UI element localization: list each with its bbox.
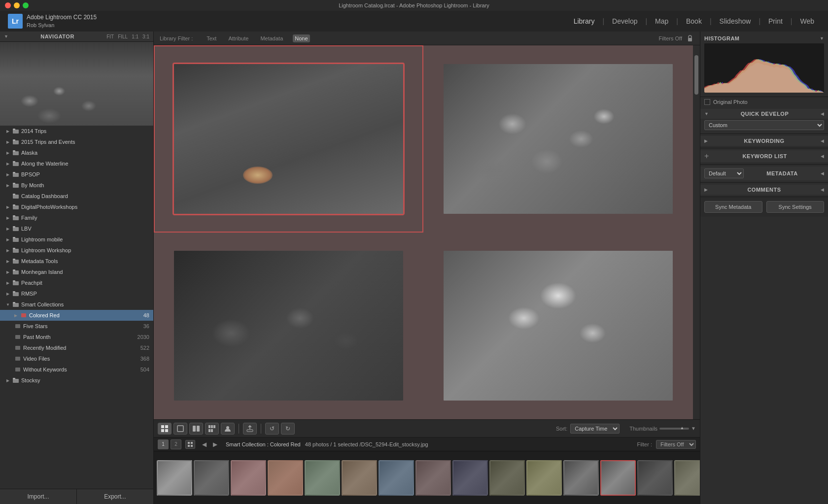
folder-toggle-colored-red[interactable]: ▶	[12, 311, 20, 319]
film-thumb-9[interactable]	[452, 460, 488, 496]
import-button[interactable]: Import...	[0, 489, 77, 504]
film-thumb-6[interactable]	[342, 460, 377, 496]
folder-item-five-stars[interactable]: Five Stars 36	[0, 321, 153, 332]
navigator-fit[interactable]: FIT	[106, 34, 114, 39]
folder-item-bymonth[interactable]: ▶ By Month	[0, 180, 153, 191]
comments-header[interactable]: ▶ Comments ◀	[700, 185, 828, 195]
folder-toggle-family[interactable]: ▶	[4, 214, 12, 222]
nav-slideshow[interactable]: Slideshow	[714, 15, 757, 27]
status-next-button[interactable]: ▶	[210, 439, 220, 449]
compare-view-button[interactable]	[189, 423, 203, 435]
folder-item-recently[interactable]: Recently Modified 522	[0, 342, 153, 353]
folder-toggle-2015trips[interactable]: ▶	[4, 138, 12, 146]
folder-toggle-lrmobile[interactable]: ▶	[4, 235, 12, 243]
film-thumb-11[interactable]	[526, 460, 562, 496]
metadata-header[interactable]: Default All EXIF IPTC Location Metadata …	[700, 167, 828, 180]
grid-scrollbar[interactable]	[693, 45, 700, 419]
film-thumb-5[interactable]	[305, 460, 340, 496]
filter-text[interactable]: Text	[205, 34, 218, 42]
grid-cell-2[interactable]	[423, 45, 693, 233]
nav-web[interactable]: Web	[794, 15, 820, 27]
rotate-ccw-button[interactable]: ↻	[281, 423, 295, 435]
folder-item-metadata[interactable]: ▶ Metadata Tools	[0, 256, 153, 267]
rotate-cw-button[interactable]: ↺	[265, 423, 279, 435]
folder-item-nokeywords[interactable]: Without Keywords 504	[0, 364, 153, 375]
folder-item-catalog[interactable]: ▶ Catalog Dashboard	[0, 191, 153, 202]
folder-toggle-smart[interactable]: ▼	[4, 301, 12, 308]
folder-item-past-month[interactable]: Past Month 2030	[0, 332, 153, 342]
people-view-button[interactable]	[221, 423, 235, 435]
film-thumb-2[interactable]	[194, 460, 229, 496]
status-view-2[interactable]: 2	[171, 439, 181, 449]
metadata-preset-select[interactable]: Default All EXIF IPTC Location	[704, 168, 744, 178]
film-thumb-12[interactable]	[563, 460, 599, 496]
survey-view-button[interactable]	[205, 423, 219, 435]
thumb-down-icon[interactable]: ▼	[691, 426, 696, 431]
grid-cell-3[interactable]	[154, 233, 423, 420]
grid-cell-1[interactable]	[154, 45, 423, 233]
folder-item-family[interactable]: ▶ Family	[0, 212, 153, 223]
navigator-image[interactable]	[0, 42, 153, 126]
keyword-add-icon[interactable]: +	[704, 152, 709, 160]
close-button[interactable]	[5, 2, 11, 8]
status-filter-select[interactable]: Filters Off Flagged Unflagged Rated Labe…	[656, 440, 696, 449]
maximize-button[interactable]	[23, 2, 29, 8]
grid-cell-4[interactable]	[423, 233, 693, 420]
folder-item-alaska[interactable]: ▶ Alaska	[0, 147, 153, 158]
film-thumb-4[interactable]	[268, 460, 303, 496]
folder-toggle-monhegan[interactable]: ▶	[4, 268, 12, 276]
folder-toggle-alaska[interactable]: ▶	[4, 149, 12, 157]
filter-metadata[interactable]: Metadata	[258, 34, 285, 42]
loupe-view-button[interactable]	[173, 423, 187, 435]
folder-toggle-lbv[interactable]: ▶	[4, 225, 12, 233]
navigator-3-1[interactable]: 3:1	[142, 34, 149, 39]
thumbnail-size-slider[interactable]	[659, 428, 689, 430]
folder-item-rmsp[interactable]: ▶ RMSP	[0, 288, 153, 299]
export-button[interactable]: Export...	[77, 489, 153, 504]
folder-toggle-digital[interactable]: ▶	[4, 203, 12, 211]
original-photo-checkbox[interactable]	[704, 99, 710, 105]
nav-print[interactable]: Print	[762, 15, 789, 27]
folder-item-digital[interactable]: ▶ DigitalPhotoWorkshops	[0, 202, 153, 212]
keywording-header[interactable]: ▶ Keywording ◀	[700, 136, 828, 146]
folder-toggle-waterline[interactable]: ▶	[4, 160, 12, 168]
folder-item-lrmobile[interactable]: ▶ Lightroom mobile	[0, 234, 153, 245]
quick-develop-header[interactable]: ▼ Quick Develop ◀	[700, 109, 828, 119]
film-thumb-1[interactable]	[157, 460, 192, 496]
film-thumb-10[interactable]	[489, 460, 525, 496]
grid-icon-status[interactable]	[185, 440, 195, 449]
qd-preset-select[interactable]: Custom Lightroom Default Camera Settings	[704, 120, 824, 130]
folder-item-smart[interactable]: ▼ Smart Collections	[0, 299, 153, 310]
upload-button[interactable]	[243, 423, 257, 435]
film-thumb-3[interactable]	[231, 460, 266, 496]
grid-view-button[interactable]	[158, 423, 172, 435]
folder-toggle-bpsop[interactable]: ▶	[4, 170, 12, 178]
navigator-fill[interactable]: FILL	[118, 34, 128, 39]
folder-item-lrworkshop[interactable]: ▶ Lightroom Workshop	[0, 245, 153, 256]
status-view-1[interactable]: 1	[158, 439, 169, 449]
folder-item-monhegan[interactable]: ▶ Monhegan Island	[0, 267, 153, 277]
filter-attribute[interactable]: Attribute	[226, 34, 250, 42]
film-thumb-14[interactable]	[637, 460, 673, 496]
folder-toggle-metadata[interactable]: ▶	[4, 257, 12, 265]
folder-toggle-bymonth[interactable]: ▶	[4, 181, 12, 189]
navigator-header[interactable]: ▼ Navigator FIT FILL 1:1 3:1	[0, 32, 153, 42]
folder-item-video[interactable]: Video Files 368	[0, 353, 153, 364]
folder-toggle-2014trips[interactable]: ▶	[4, 127, 12, 135]
film-thumb-15[interactable]	[674, 460, 700, 496]
folder-item-waterline[interactable]: ▶ Along the Waterline	[0, 158, 153, 169]
navigator-1-1[interactable]: 1:1	[132, 34, 138, 39]
film-thumb-active[interactable]	[600, 460, 636, 496]
folder-item-lbv[interactable]: ▶ LBV	[0, 223, 153, 234]
folder-toggle-stocksy[interactable]: ▶	[4, 376, 12, 384]
folder-item-bpsop[interactable]: ▶ BPSOP	[0, 169, 153, 180]
filter-lock-icon[interactable]	[686, 34, 694, 42]
keyword-list-header[interactable]: + Keyword List ◀	[700, 150, 828, 162]
film-thumb-8[interactable]	[415, 460, 451, 496]
folder-item-2015trips[interactable]: ▶ 2015 Trips and Events	[0, 136, 153, 147]
sync-settings-button[interactable]: Sync Settings	[766, 201, 825, 213]
nav-library[interactable]: Library	[568, 15, 601, 27]
folder-item-colored-red[interactable]: ▶ Colored Red 48	[0, 310, 153, 321]
folder-item-stocksy[interactable]: ▶ Stocksy	[0, 375, 153, 386]
folder-toggle-peachpit[interactable]: ▶	[4, 279, 12, 287]
